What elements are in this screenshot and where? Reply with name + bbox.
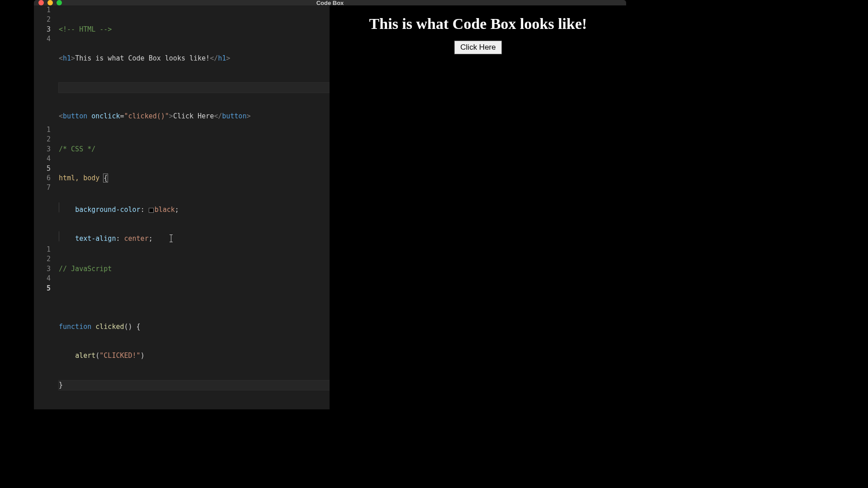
css-editor-pane[interactable]: 1 2 3 4 5 6 7 /* CSS */ html, body { bac… bbox=[34, 125, 330, 245]
text-cursor-icon bbox=[171, 235, 171, 242]
html-code[interactable]: <!-- HTML --> <h1>This is what Code Box … bbox=[59, 5, 330, 125]
color-swatch-black-icon bbox=[149, 208, 154, 213]
editor-side: 1 2 3 4 <!-- HTML --> <h1>This is what C… bbox=[34, 5, 330, 409]
css-gutter: 1 2 3 4 5 6 7 bbox=[34, 125, 59, 245]
output-pane: This is what Code Box looks like! Click … bbox=[330, 5, 626, 409]
css-code[interactable]: /* CSS */ html, body { background-color:… bbox=[59, 125, 330, 245]
click-here-button[interactable]: Click Here bbox=[454, 41, 501, 54]
js-editor-pane[interactable]: 1 2 3 4 5 // JavaScript function clicked… bbox=[34, 245, 330, 409]
app-window: Code Box 1 2 3 4 <!-- HTML --> <h1>This … bbox=[34, 0, 626, 374]
js-gutter: 1 2 3 4 5 bbox=[34, 245, 59, 409]
js-code[interactable]: // JavaScript function clicked() { alert… bbox=[59, 245, 330, 409]
html-gutter: 1 2 3 4 bbox=[34, 5, 59, 125]
html-editor-pane[interactable]: 1 2 3 4 <!-- HTML --> <h1>This is what C… bbox=[34, 5, 330, 125]
output-heading: This is what Code Box looks like! bbox=[369, 15, 587, 33]
content-area: 1 2 3 4 <!-- HTML --> <h1>This is what C… bbox=[34, 5, 626, 409]
titlebar: Code Box bbox=[34, 0, 626, 5]
